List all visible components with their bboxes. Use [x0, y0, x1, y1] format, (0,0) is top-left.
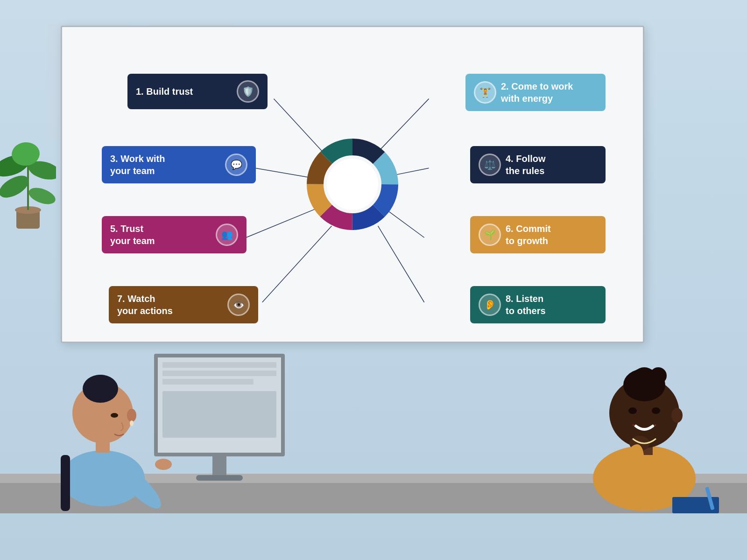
svg-point-43: [628, 407, 637, 414]
card-4-rules: ⚖️ 4. Followthe rules: [470, 146, 606, 183]
svg-point-28: [90, 375, 111, 395]
card-4-text: 4. Followthe rules: [506, 153, 597, 177]
donut-chart: [301, 133, 404, 236]
plant-left: [0, 93, 56, 233]
card-5-icon: 👥: [216, 224, 238, 246]
svg-point-30: [127, 409, 136, 422]
svg-rect-29: [96, 439, 110, 453]
card-3-icon: 💬: [225, 154, 247, 176]
card-1-text: 1. Build trust: [136, 85, 232, 98]
card-6-growth: 🌱 6. Committo growth: [470, 216, 606, 253]
svg-point-44: [652, 407, 660, 414]
svg-line-23: [262, 226, 332, 302]
card-2-energy: 🏋️ 2. Come to workwith energy: [465, 74, 606, 111]
svg-point-41: [650, 367, 667, 384]
svg-rect-34: [61, 455, 70, 511]
card-3-text: 3. Work withyour team: [110, 153, 220, 177]
card-7-icon: 👁️: [227, 294, 250, 316]
card-6-icon: 🌱: [479, 224, 501, 246]
svg-point-35: [111, 413, 118, 418]
card-8-icon: 👂: [479, 294, 501, 316]
card-2-text: 2. Come to workwith energy: [501, 80, 597, 105]
svg-point-31: [130, 420, 134, 426]
card-5-text: 5. Trustyour team: [110, 223, 211, 247]
card-1-build-trust: 1. Build trust 🛡️: [127, 74, 268, 109]
svg-point-16: [327, 159, 378, 210]
svg-point-4: [27, 185, 56, 208]
person-left: [14, 282, 191, 516]
card-6-text: 6. Committo growth: [506, 223, 597, 247]
card-1-icon: 🛡️: [237, 80, 259, 103]
card-5-trust-team: 5. Trustyour team 👥: [102, 216, 247, 253]
svg-point-42: [671, 408, 683, 423]
card-3-team: 3. Work withyour team 💬: [102, 146, 256, 183]
card-4-icon: ⚖️: [479, 154, 501, 176]
svg-line-24: [378, 226, 424, 302]
person-right: [551, 273, 738, 516]
card-2-icon: 🏋️: [474, 81, 496, 104]
svg-point-33: [155, 459, 172, 470]
